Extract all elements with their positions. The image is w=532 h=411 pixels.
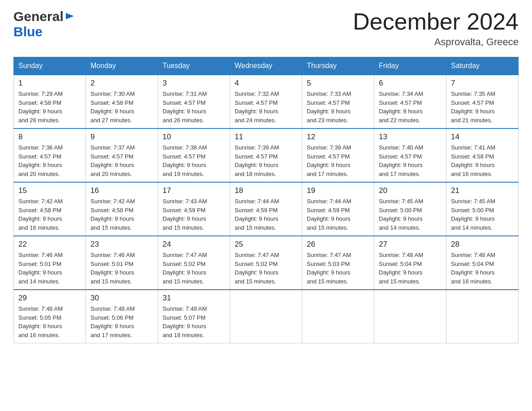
day-info: Sunrise: 7:37 AM Sunset: 4:57 PM Dayligh… bbox=[90, 143, 153, 178]
day-info: Sunrise: 7:48 AM Sunset: 5:05 PM Dayligh… bbox=[18, 304, 81, 339]
day-info: Sunrise: 7:49 AM Sunset: 5:07 PM Dayligh… bbox=[163, 304, 225, 339]
calendar-day-22: 22 Sunrise: 7:46 AM Sunset: 5:01 PM Dayl… bbox=[14, 236, 86, 290]
calendar-day-4: 4 Sunrise: 7:32 AM Sunset: 4:57 PM Dayli… bbox=[230, 75, 302, 128]
calendar-day-11: 11 Sunrise: 7:39 AM Sunset: 4:57 PM Dayl… bbox=[230, 128, 302, 182]
logo-blue-text: Blue bbox=[13, 24, 43, 39]
calendar-day-30: 30 Sunrise: 7:48 AM Sunset: 5:06 PM Dayl… bbox=[86, 290, 158, 343]
calendar-day-13: 13 Sunrise: 7:40 AM Sunset: 4:57 PM Dayl… bbox=[374, 128, 446, 182]
day-info: Sunrise: 7:42 AM Sunset: 4:58 PM Dayligh… bbox=[18, 197, 81, 232]
calendar-day-16: 16 Sunrise: 7:42 AM Sunset: 4:58 PM Dayl… bbox=[86, 182, 158, 236]
day-number: 3 bbox=[163, 79, 225, 88]
day-number: 22 bbox=[18, 240, 81, 249]
calendar-empty-cell bbox=[230, 290, 302, 343]
day-info: Sunrise: 7:45 AM Sunset: 5:00 PM Dayligh… bbox=[451, 197, 514, 232]
day-number: 8 bbox=[18, 133, 81, 141]
day-info: Sunrise: 7:30 AM Sunset: 4:58 PM Dayligh… bbox=[90, 90, 153, 124]
day-number: 7 bbox=[451, 79, 514, 88]
day-number: 11 bbox=[235, 133, 297, 141]
day-number: 20 bbox=[379, 186, 442, 195]
day-info: Sunrise: 7:48 AM Sunset: 5:06 PM Dayligh… bbox=[90, 304, 153, 339]
day-info: Sunrise: 7:40 AM Sunset: 4:57 PM Dayligh… bbox=[379, 143, 442, 178]
day-number: 30 bbox=[90, 294, 153, 303]
logo: General Blue bbox=[13, 9, 75, 39]
calendar-day-6: 6 Sunrise: 7:34 AM Sunset: 4:57 PM Dayli… bbox=[374, 75, 446, 128]
calendar-day-28: 28 Sunrise: 7:48 AM Sunset: 5:04 PM Dayl… bbox=[446, 236, 519, 290]
day-info: Sunrise: 7:43 AM Sunset: 4:59 PM Dayligh… bbox=[163, 197, 225, 232]
calendar-day-20: 20 Sunrise: 7:45 AM Sunset: 5:00 PM Dayl… bbox=[374, 182, 446, 236]
calendar-day-31: 31 Sunrise: 7:49 AM Sunset: 5:07 PM Dayl… bbox=[158, 290, 230, 343]
day-info: Sunrise: 7:44 AM Sunset: 4:59 PM Dayligh… bbox=[235, 197, 297, 232]
day-number: 19 bbox=[307, 186, 369, 195]
day-number: 15 bbox=[18, 186, 81, 195]
calendar-day-15: 15 Sunrise: 7:42 AM Sunset: 4:58 PM Dayl… bbox=[14, 182, 86, 236]
day-number: 27 bbox=[379, 240, 442, 249]
calendar-day-2: 2 Sunrise: 7:30 AM Sunset: 4:58 PM Dayli… bbox=[86, 75, 158, 128]
day-number: 21 bbox=[451, 186, 514, 195]
calendar-day-8: 8 Sunrise: 7:36 AM Sunset: 4:57 PM Dayli… bbox=[14, 128, 86, 182]
day-number: 25 bbox=[235, 240, 297, 249]
calendar-day-26: 26 Sunrise: 7:47 AM Sunset: 5:03 PM Dayl… bbox=[302, 236, 374, 290]
calendar-day-17: 17 Sunrise: 7:43 AM Sunset: 4:59 PM Dayl… bbox=[158, 182, 230, 236]
day-info: Sunrise: 7:29 AM Sunset: 4:58 PM Dayligh… bbox=[18, 90, 81, 124]
day-info: Sunrise: 7:34 AM Sunset: 4:57 PM Dayligh… bbox=[379, 90, 442, 124]
header-day-friday: Friday bbox=[374, 57, 446, 75]
day-number: 31 bbox=[163, 294, 225, 303]
day-info: Sunrise: 7:47 AM Sunset: 5:02 PM Dayligh… bbox=[235, 251, 297, 286]
calendar-day-5: 5 Sunrise: 7:33 AM Sunset: 4:57 PM Dayli… bbox=[302, 75, 374, 128]
day-info: Sunrise: 7:46 AM Sunset: 5:01 PM Dayligh… bbox=[90, 251, 153, 286]
day-number: 14 bbox=[451, 133, 514, 141]
day-number: 9 bbox=[90, 133, 153, 141]
day-info: Sunrise: 7:44 AM Sunset: 4:59 PM Dayligh… bbox=[307, 197, 369, 232]
day-info: Sunrise: 7:45 AM Sunset: 5:00 PM Dayligh… bbox=[379, 197, 442, 232]
calendar-day-12: 12 Sunrise: 7:39 AM Sunset: 4:57 PM Dayl… bbox=[302, 128, 374, 182]
calendar-day-24: 24 Sunrise: 7:47 AM Sunset: 5:02 PM Dayl… bbox=[158, 236, 230, 290]
calendar-week-3: 15 Sunrise: 7:42 AM Sunset: 4:58 PM Dayl… bbox=[14, 182, 519, 236]
day-info: Sunrise: 7:46 AM Sunset: 5:01 PM Dayligh… bbox=[18, 251, 81, 286]
day-number: 1 bbox=[18, 79, 81, 88]
calendar-table: SundayMondayTuesdayWednesdayThursdayFrid… bbox=[13, 57, 519, 343]
header-day-monday: Monday bbox=[86, 57, 158, 75]
day-info: Sunrise: 7:47 AM Sunset: 5:02 PM Dayligh… bbox=[163, 251, 225, 286]
calendar-day-9: 9 Sunrise: 7:37 AM Sunset: 4:57 PM Dayli… bbox=[86, 128, 158, 182]
calendar-day-14: 14 Sunrise: 7:41 AM Sunset: 4:58 PM Dayl… bbox=[446, 128, 519, 182]
header-day-saturday: Saturday bbox=[446, 57, 519, 75]
calendar-day-23: 23 Sunrise: 7:46 AM Sunset: 5:01 PM Dayl… bbox=[86, 236, 158, 290]
day-number: 26 bbox=[307, 240, 369, 249]
day-info: Sunrise: 7:32 AM Sunset: 4:57 PM Dayligh… bbox=[235, 90, 297, 124]
day-info: Sunrise: 7:35 AM Sunset: 4:57 PM Dayligh… bbox=[451, 90, 514, 124]
calendar-week-2: 8 Sunrise: 7:36 AM Sunset: 4:57 PM Dayli… bbox=[14, 128, 519, 182]
day-info: Sunrise: 7:42 AM Sunset: 4:58 PM Dayligh… bbox=[90, 197, 153, 232]
calendar-week-5: 29 Sunrise: 7:48 AM Sunset: 5:05 PM Dayl… bbox=[14, 290, 519, 343]
calendar-week-1: 1 Sunrise: 7:29 AM Sunset: 4:58 PM Dayli… bbox=[14, 75, 519, 128]
day-info: Sunrise: 7:38 AM Sunset: 4:57 PM Dayligh… bbox=[163, 143, 225, 178]
calendar-day-19: 19 Sunrise: 7:44 AM Sunset: 4:59 PM Dayl… bbox=[302, 182, 374, 236]
calendar-week-4: 22 Sunrise: 7:46 AM Sunset: 5:01 PM Dayl… bbox=[14, 236, 519, 290]
day-info: Sunrise: 7:31 AM Sunset: 4:57 PM Dayligh… bbox=[163, 90, 225, 124]
calendar-header-row: SundayMondayTuesdayWednesdayThursdayFrid… bbox=[14, 57, 519, 75]
day-info: Sunrise: 7:39 AM Sunset: 4:57 PM Dayligh… bbox=[235, 143, 297, 178]
calendar-day-25: 25 Sunrise: 7:47 AM Sunset: 5:02 PM Dayl… bbox=[230, 236, 302, 290]
calendar-day-27: 27 Sunrise: 7:48 AM Sunset: 5:04 PM Dayl… bbox=[374, 236, 446, 290]
header-day-sunday: Sunday bbox=[14, 57, 86, 75]
logo-arrow-icon bbox=[65, 11, 75, 21]
day-number: 10 bbox=[163, 133, 225, 141]
day-number: 13 bbox=[379, 133, 442, 141]
day-number: 23 bbox=[90, 240, 153, 249]
calendar-day-1: 1 Sunrise: 7:29 AM Sunset: 4:58 PM Dayli… bbox=[14, 75, 86, 128]
day-number: 18 bbox=[235, 186, 297, 195]
day-number: 6 bbox=[379, 79, 442, 88]
day-number: 24 bbox=[163, 240, 225, 249]
calendar-empty-cell bbox=[302, 290, 374, 343]
header-day-tuesday: Tuesday bbox=[158, 57, 230, 75]
day-number: 2 bbox=[90, 79, 153, 88]
logo-general-text: General bbox=[13, 9, 64, 24]
day-number: 17 bbox=[163, 186, 225, 195]
svg-marker-0 bbox=[66, 13, 74, 19]
day-info: Sunrise: 7:33 AM Sunset: 4:57 PM Dayligh… bbox=[307, 90, 369, 124]
day-info: Sunrise: 7:41 AM Sunset: 4:58 PM Dayligh… bbox=[451, 143, 514, 178]
month-title: December 2024 bbox=[353, 9, 519, 34]
calendar-day-18: 18 Sunrise: 7:44 AM Sunset: 4:59 PM Dayl… bbox=[230, 182, 302, 236]
day-info: Sunrise: 7:48 AM Sunset: 5:04 PM Dayligh… bbox=[451, 251, 514, 286]
day-number: 4 bbox=[235, 79, 297, 88]
day-number: 12 bbox=[307, 133, 369, 141]
